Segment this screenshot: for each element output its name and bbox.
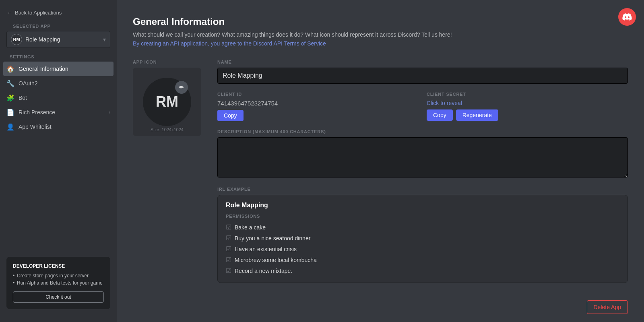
client-secret-buttons: Copy Regenerate [427,109,628,121]
app-initials: RM [13,37,20,42]
app-icon-initials: RM [156,93,178,110]
name-input[interactable] [217,68,628,84]
back-to-applications-link[interactable]: ← Back to Applications [0,6,117,19]
permission-label-2: Buy you a nice seafood dinner [235,235,310,242]
click-to-reveal-link[interactable]: Click to reveal [427,100,628,106]
permission-label-5: Record a new mixtape. [235,268,292,274]
app-icon-size: Size: 1024x1024 [151,127,184,132]
tos-link[interactable]: By creating an API application, you agre… [133,40,628,47]
back-arrow-icon: ← [6,10,12,16]
permission-label-3: Have an existential crisis [235,246,297,252]
irl-example-box: Role Mapping PERMISSIONS ☑ Bake a cake ☑… [217,195,628,283]
sidebar-item-rich-presence[interactable]: 📄 Rich Presence › [3,105,114,120]
sidebar-item-general-information[interactable]: 🏠 General Information [3,62,114,76]
page-title: General Information [133,16,628,27]
selected-app-section: SELECTED APP RM Role Mapping ▾ [0,24,117,48]
regenerate-button[interactable]: Regenerate [456,109,498,121]
description-field-group: DESCRIPTION (MAXIMUM 400 CHARACTERS) [217,129,628,179]
person-icon: 👤 [6,123,14,131]
app-icon-edit-button[interactable]: ✏ [175,81,188,94]
edit-icon: ✏ [179,84,184,91]
irl-label: IRL EXAMPLE [217,187,628,192]
sidebar-item-oauth2[interactable]: 🔧 OAuth2 [3,76,114,91]
license-item-2: Run Alpha and Beta tests for your game [13,279,104,287]
nav-label-oauth2: OAuth2 [19,80,37,87]
settings-label: SETTINGS [3,54,114,59]
puzzle-icon: 🧩 [6,94,14,102]
permission-item-5: ☑ Record a new mixtape. [226,265,619,276]
delete-app-button[interactable]: Delete App [587,300,628,314]
irl-app-name: Role Mapping [226,202,619,209]
client-secret-group: CLIENT SECRET Click to reveal Copy Regen… [427,92,628,121]
discord-icon [618,8,636,26]
sidebar-item-app-whitelist[interactable]: 👤 App Whitelist [3,120,114,134]
client-credentials-group: CLIENT ID 741439647523274754 Copy CLIENT… [217,92,628,121]
developer-license-list: Create store pages in your server Run Al… [13,272,104,287]
app-selector-dropdown[interactable]: RM Role Mapping ▾ [6,31,110,48]
chevron-down-icon: ▾ [103,36,106,43]
nav-label-general: General Information [19,66,68,72]
description-textarea[interactable] [217,137,628,178]
app-icon-preview: RM ✏ [143,78,191,126]
name-label: NAME [217,60,628,64]
checkmark-icon-3: ☑ [226,245,231,253]
client-id-group: CLIENT ID 741439647523274754 Copy [217,92,419,121]
selected-app-label: SELECTED APP [6,24,110,29]
permission-item-3: ☑ Have an existential crisis [226,244,619,254]
client-secret-label: CLIENT SECRET [427,92,628,97]
client-id-label: CLIENT ID [217,92,419,97]
nav-label-app-whitelist: App Whitelist [19,124,52,130]
sidebar-item-bot[interactable]: 🧩 Bot [3,91,114,105]
nav-label-rich-presence: Rich Presence [19,109,55,116]
home-icon: 🏠 [6,65,14,73]
form-section: APP ICON RM ✏ Size: 1024x1024 NAME [133,60,628,291]
permission-item-4: ☑ Microbrew some local kombucha [226,254,619,265]
checkmark-icon-1: ☑ [226,223,231,231]
developer-license-card: DEVELOPER LICENSE Create store pages in … [6,257,110,309]
document-icon: 📄 [6,108,14,116]
description-label: DESCRIPTION (MAXIMUM 400 CHARACTERS) [217,129,628,134]
app-icon-label: APP ICON [133,60,201,64]
irl-example-group: IRL EXAMPLE Role Mapping PERMISSIONS ☑ B… [217,187,628,283]
app-name: Role Mapping [25,36,100,43]
chevron-right-icon: › [109,109,110,115]
checkmark-icon-4: ☑ [226,256,231,264]
permission-item-2: ☑ Buy you a nice seafood dinner [226,233,619,244]
permission-label-4: Microbrew some local kombucha [235,257,317,263]
permission-label-1: Bake a cake [235,224,266,231]
license-item-1: Create store pages in your server [13,272,104,279]
check-it-out-button[interactable]: Check it out [13,291,104,303]
main-content: General Information What should we call … [117,0,644,322]
client-id-value: 741439647523274754 [217,100,419,107]
back-label: Back to Applications [15,10,62,16]
settings-nav: SETTINGS 🏠 General Information 🔧 OAuth2 … [0,54,117,134]
app-avatar: RM [11,34,22,45]
name-field-group: NAME [217,60,628,84]
permissions-label: PERMISSIONS [226,214,619,219]
client-id-buttons: Copy [217,110,419,121]
app-icon-upload[interactable]: RM ✏ Size: 1024x1024 [133,68,201,136]
form-fields: NAME CLIENT ID 741439647523274754 Copy C… [217,60,628,291]
checkmark-icon-2: ☑ [226,234,231,242]
copy-client-id-button[interactable]: Copy [217,110,244,121]
wrench-icon: 🔧 [6,79,14,87]
checkmark-icon-5: ☑ [226,267,231,275]
app-icon-section: APP ICON RM ✏ Size: 1024x1024 [133,60,201,291]
permission-item-1: ☑ Bake a cake [226,222,619,233]
sidebar: ← Back to Applications SELECTED APP RM R… [0,0,117,322]
page-subtitle: What should we call your creation? What … [133,31,628,38]
copy-client-secret-button[interactable]: Copy [427,109,453,121]
nav-label-bot: Bot [19,95,27,101]
developer-license-title: DEVELOPER LICENSE [13,263,104,269]
